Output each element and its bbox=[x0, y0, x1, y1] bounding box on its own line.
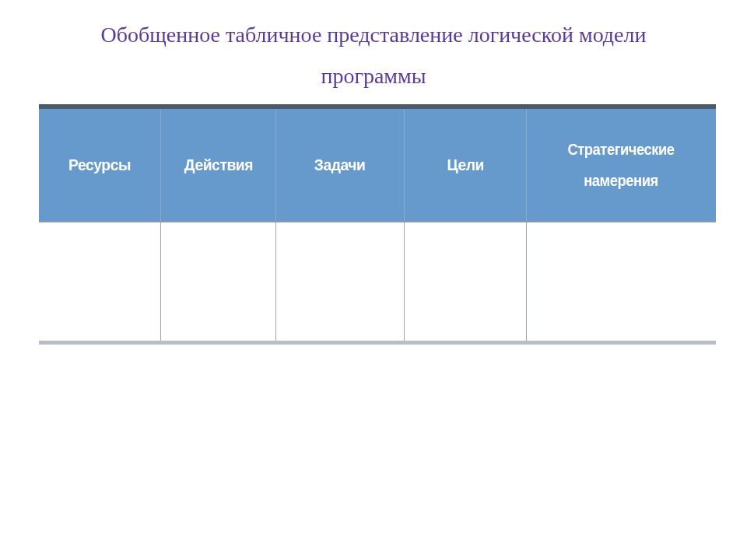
table-header-row: Ресурсы Действия Задачи Цели Стратегичес… bbox=[39, 107, 716, 222]
column-header-tasks: Задачи bbox=[281, 107, 399, 222]
logic-model-table: Ресурсы Действия Задачи Цели Стратегичес… bbox=[39, 104, 716, 345]
table-cell bbox=[275, 222, 404, 342]
table-cell bbox=[161, 222, 276, 342]
table-container: Ресурсы Действия Задачи Цели Стратегичес… bbox=[0, 104, 747, 345]
page-title: Обобщенное табличное представление логич… bbox=[0, 0, 747, 104]
column-header-actions: Действия bbox=[166, 107, 272, 222]
table-cell bbox=[405, 222, 527, 342]
table-cell bbox=[526, 222, 716, 342]
table-row bbox=[39, 222, 716, 342]
column-header-strategic: Стратегические намерения bbox=[534, 107, 708, 222]
table-cell bbox=[39, 222, 161, 342]
column-header-resources: Ресурсы bbox=[44, 107, 156, 222]
column-header-goals: Цели bbox=[409, 107, 521, 222]
